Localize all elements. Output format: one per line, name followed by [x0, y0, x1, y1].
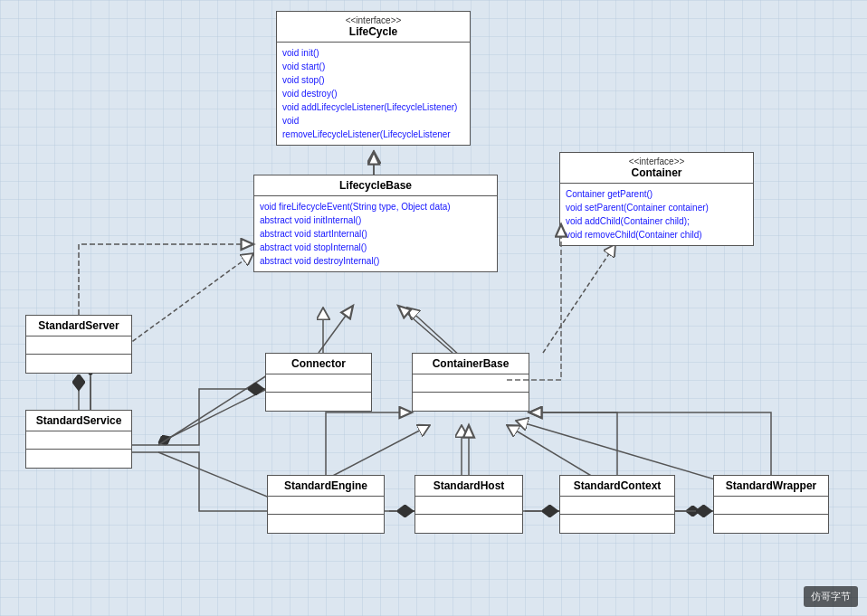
- containerbase-class: ContainerBase: [412, 353, 529, 412]
- svg-line-14: [158, 452, 281, 502]
- svg-line-19: [398, 306, 453, 353]
- standardhost-header: StandardHost: [415, 476, 522, 497]
- standardservice-s1: [26, 431, 131, 450]
- lifecyclebase-header: LifecycleBase: [254, 175, 497, 196]
- lifecycle-stereotype: <<interface>>: [282, 15, 464, 25]
- watermark: 仿哥字节: [804, 586, 858, 607]
- standardserver-s2: [26, 355, 131, 373]
- standardserver-name: StandardServer: [32, 319, 126, 332]
- standardcontext-header: StandardContext: [560, 476, 674, 497]
- standardwrapper-class: StandardWrapper: [713, 475, 829, 534]
- standardserver-s1: [26, 336, 131, 355]
- svg-line-9: [507, 425, 597, 479]
- standardserver-header: StandardServer: [26, 316, 131, 336]
- svg-line-1: [127, 253, 253, 346]
- container-stereotype: <<interface>>: [566, 156, 748, 166]
- container-name: Container: [566, 166, 748, 179]
- standardservice-class: StandardService: [25, 410, 132, 469]
- standardcontext-s2: [560, 515, 674, 533]
- standardcontext-class: StandardContext: [559, 475, 675, 534]
- svg-line-7: [326, 425, 430, 479]
- svg-line-16: [158, 375, 267, 445]
- standardcontext-name: StandardContext: [566, 479, 669, 492]
- lifecycle-methods: void init() void start() void stop() voi…: [277, 43, 470, 145]
- svg-line-18: [319, 306, 353, 353]
- standardhost-name: StandardHost: [421, 479, 517, 492]
- containerbase-name: ContainerBase: [418, 357, 523, 370]
- svg-line-4: [543, 244, 615, 353]
- container-class: <<interface>> Container Container getPar…: [559, 152, 754, 246]
- standardengine-s1: [268, 497, 384, 515]
- svg-line-10: [516, 421, 715, 479]
- containerbase-header: ContainerBase: [413, 354, 529, 374]
- svg-line-6: [158, 389, 267, 443]
- standardengine-s2: [268, 515, 384, 533]
- connector-class: Connector: [265, 353, 372, 412]
- standardhost-s2: [415, 515, 522, 533]
- standardservice-header: StandardService: [26, 411, 131, 431]
- lifecyclebase-name: LifecycleBase: [260, 179, 491, 192]
- connector-s1: [266, 374, 371, 393]
- containerbase-s2: [413, 393, 529, 411]
- standardengine-name: StandardEngine: [273, 479, 378, 492]
- standardservice-s2: [26, 450, 131, 468]
- standardwrapper-s2: [714, 515, 828, 533]
- standardwrapper-name: StandardWrapper: [719, 479, 823, 492]
- lifecycle-name: LifeCycle: [282, 25, 464, 38]
- standardhost-s1: [415, 497, 522, 515]
- lifecyclebase-methods: void fireLifecycleEvent(String type, Obj…: [254, 196, 497, 271]
- container-methods: Container getParent() void setParent(Con…: [560, 184, 753, 245]
- standardcontext-s1: [560, 497, 674, 515]
- connector-name: Connector: [272, 357, 366, 370]
- standardengine-class: StandardEngine: [267, 475, 385, 534]
- diagram-container: <<interface>> LifeCycle void init() void…: [0, 0, 867, 616]
- standardengine-header: StandardEngine: [268, 476, 384, 497]
- lifecycle-class: <<interface>> LifeCycle void init() void…: [276, 11, 471, 146]
- containerbase-s1: [413, 374, 529, 393]
- standardhost-class: StandardHost: [414, 475, 523, 534]
- lifecyclebase-class: LifecycleBase void fireLifecycleEvent(St…: [253, 175, 498, 272]
- connector-header: Connector: [266, 354, 371, 374]
- standardserver-class: StandardServer: [25, 315, 132, 374]
- standardwrapper-s1: [714, 497, 828, 515]
- standardservice-name: StandardService: [32, 414, 126, 427]
- connector-s2: [266, 393, 371, 411]
- standardwrapper-header: StandardWrapper: [714, 476, 828, 497]
- lifecycle-header: <<interface>> LifeCycle: [277, 12, 470, 43]
- svg-line-3: [407, 308, 462, 357]
- container-header: <<interface>> Container: [560, 153, 753, 184]
